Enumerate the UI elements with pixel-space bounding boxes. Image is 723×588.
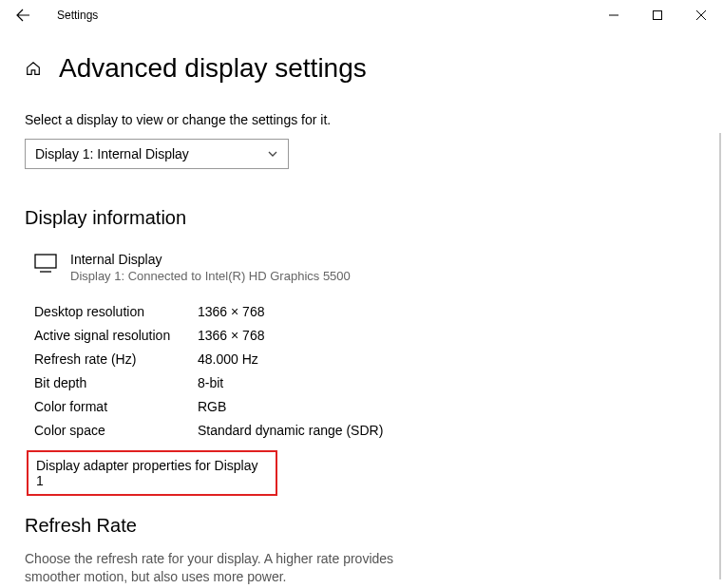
minimize-icon [609, 10, 618, 20]
chevron-down-icon [267, 148, 278, 160]
close-button[interactable] [679, 0, 723, 30]
monitor-summary: Internal Display Display 1: Connected to… [25, 252, 698, 283]
info-row: Color format RGB [34, 395, 698, 419]
info-row: Desktop resolution 1366 × 768 [34, 300, 698, 324]
info-value: RGB [198, 395, 226, 419]
info-label: Bit depth [34, 371, 198, 395]
content-area: Advanced display settings Select a displ… [0, 53, 723, 588]
info-value: 1366 × 768 [198, 300, 264, 324]
close-icon [696, 10, 706, 20]
info-label: Desktop resolution [34, 300, 198, 324]
dropdown-selected-label: Display 1: Internal Display [35, 146, 189, 161]
monitor-icon [34, 254, 57, 275]
home-icon[interactable] [25, 60, 42, 77]
info-value: 8-bit [198, 371, 223, 395]
svg-rect-1 [35, 255, 56, 268]
monitor-name: Internal Display [70, 252, 351, 267]
info-row: Refresh rate (Hz) 48.000 Hz [34, 348, 698, 371]
heading-row: Advanced display settings [25, 53, 698, 84]
info-value: 1366 × 768 [198, 324, 264, 348]
titlebar: Settings [0, 0, 723, 30]
display-adapter-properties-link[interactable]: Display adapter properties for Display 1 [27, 450, 277, 496]
back-arrow-icon [15, 8, 30, 23]
info-row: Bit depth 8-bit [34, 371, 698, 395]
back-button[interactable] [8, 0, 38, 30]
refresh-rate-heading: Refresh Rate [25, 515, 698, 537]
monitor-description: Display 1: Connected to Intel(R) HD Grap… [70, 269, 351, 283]
scrollbar[interactable] [719, 133, 721, 579]
select-display-text: Select a display to view or change the s… [25, 112, 698, 127]
refresh-rate-description: Choose the refresh rate for your display… [25, 550, 405, 586]
display-select-dropdown[interactable]: Display 1: Internal Display [25, 139, 289, 169]
svg-rect-0 [654, 11, 662, 20]
info-label: Color space [34, 419, 198, 443]
display-info-table: Desktop resolution 1366 × 768 Active sig… [25, 300, 698, 443]
page-title: Advanced display settings [59, 53, 367, 84]
maximize-button[interactable] [636, 0, 679, 30]
info-label: Refresh rate (Hz) [34, 348, 198, 371]
info-value: 48.000 Hz [198, 348, 258, 371]
minimize-button[interactable] [592, 0, 636, 30]
maximize-icon [653, 10, 662, 20]
info-label: Active signal resolution [34, 324, 198, 348]
display-information-heading: Display information [25, 207, 698, 229]
info-label: Color format [34, 395, 198, 419]
info-value: Standard dynamic range (SDR) [198, 419, 383, 443]
info-row: Color space Standard dynamic range (SDR) [34, 419, 698, 443]
info-row: Active signal resolution 1366 × 768 [34, 324, 698, 348]
window-title: Settings [57, 9, 98, 22]
